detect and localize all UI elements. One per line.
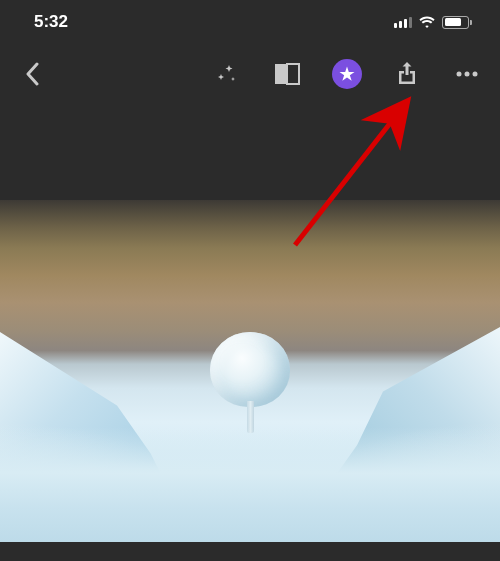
svg-point-2 [457,72,462,77]
svg-rect-0 [275,64,287,84]
svg-point-4 [473,72,478,77]
wifi-icon [418,16,436,29]
share-button[interactable] [392,59,422,89]
auto-enhance-button[interactable] [212,59,242,89]
more-button[interactable] [452,59,482,89]
back-button[interactable] [12,54,52,94]
status-indicators [394,16,472,29]
svg-point-3 [465,72,470,77]
toolbar [0,44,500,104]
cellular-signal-icon [394,17,412,28]
status-time: 5:32 [34,12,68,32]
photo-content [0,200,500,542]
svg-rect-1 [287,64,299,84]
toolbar-actions [212,59,482,89]
status-bar: 5:32 [0,0,500,44]
photo-viewer[interactable] [0,104,500,561]
filters-button[interactable] [272,59,302,89]
favorite-button[interactable] [332,59,362,89]
battery-icon [442,16,472,29]
